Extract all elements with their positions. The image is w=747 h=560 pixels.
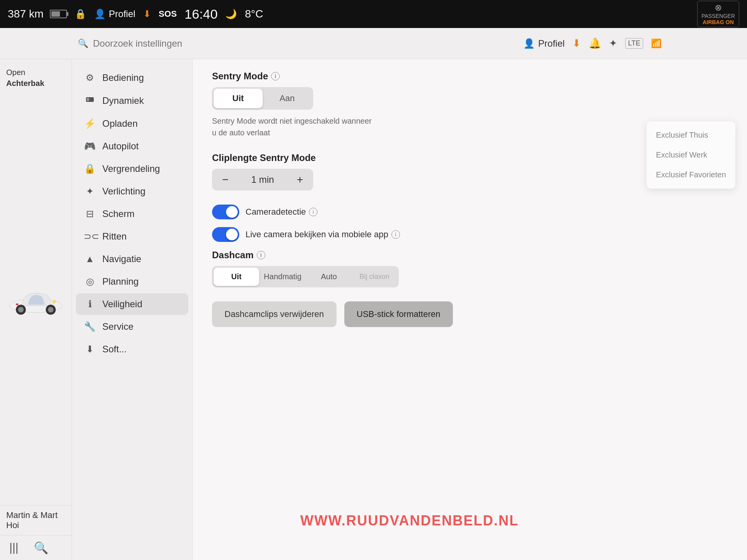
nav-item-dynamiek[interactable]: Dynamiek: [76, 89, 188, 112]
nav-label-ritten: Ritten: [102, 231, 127, 242]
settings-sliders-icon[interactable]: |||: [9, 541, 18, 555]
profile-header-btn[interactable]: 👤 Profiel: [523, 38, 565, 49]
usb-formatteren-button[interactable]: USB-stick formatteren: [344, 301, 453, 327]
time-display: 16:40: [184, 7, 217, 22]
status-bar-left: 387 km: [8, 8, 67, 20]
bell-header-icon[interactable]: 🔔: [589, 37, 601, 49]
sentry-uit-button[interactable]: Uit: [214, 89, 263, 108]
dashcamclips-verwijderen-button[interactable]: Dashcamclips verwijderen: [212, 301, 337, 327]
nav-item-navigatie[interactable]: ▲ Navigatie: [76, 248, 188, 270]
header-right: 👤 Profiel ⬇ 🔔 ✦ LTE 📶: [523, 37, 661, 49]
nav-label-verlichting: Verlichting: [102, 186, 146, 197]
cameradetectie-label: Cameradetectie i: [245, 207, 317, 217]
passenger-airbag-indicator: ⊗ PASSENGER AIRBAG ON: [697, 1, 739, 28]
search-bottom-icon[interactable]: 🔍: [34, 541, 48, 555]
software-icon: ⬇: [84, 344, 96, 355]
car-status: Open Achterbak: [0, 59, 72, 96]
action-buttons: Dashcamclips verwijderen USB-stick forma…: [212, 301, 728, 327]
dashcam-bijclaxon-button[interactable]: Bij claxon: [352, 268, 397, 286]
nav-menu: ⚙ Bediening Dynamiek ⚡ Opladen 🎮 Autopil…: [72, 59, 193, 560]
svg-text:⚡: ⚡: [51, 299, 57, 304]
dashcam-handmatig-button[interactable]: Handmatig: [259, 268, 306, 286]
nav-item-scherm[interactable]: ⊟ Scherm: [76, 203, 188, 225]
nav-item-planning[interactable]: ◎ Planning: [76, 271, 188, 292]
airbag-icon: ⊗: [715, 3, 722, 13]
cliplengte-stepper: − 1 min +: [212, 169, 313, 191]
header-bar: 🔍 👤 Profiel ⬇ 🔔 ✦ LTE 📶: [0, 28, 747, 59]
dashcam-info-icon[interactable]: i: [257, 251, 265, 259]
svg-point-4: [48, 307, 53, 312]
nav-item-service[interactable]: 🔧 Service: [76, 316, 188, 338]
lock-status-icon: 🔒: [75, 9, 86, 19]
verlichting-icon: ✦: [84, 186, 96, 197]
download-status-icon: ⬇: [143, 9, 151, 19]
content-layout: Open Achterbak: [0, 59, 747, 560]
veiligheid-icon: ℹ: [84, 299, 96, 310]
nav-label-opladen: Opladen: [102, 118, 138, 129]
ritten-icon: ⊃⊂: [84, 231, 96, 242]
nav-label-dynamiek: Dynamiek: [102, 95, 144, 106]
nav-item-veiligheid[interactable]: ℹ Veiligheid: [76, 293, 188, 315]
signal-icon: 📶: [651, 38, 661, 49]
dashcam-section: Dashcam i Uit Handmatig Auto Bij claxon: [212, 250, 728, 287]
profile-status[interactable]: 👤 Profiel: [94, 9, 135, 19]
profile-header-label: Profiel: [538, 38, 565, 49]
service-icon: 🔧: [84, 321, 96, 332]
cameradetectie-toggle[interactable]: [212, 205, 239, 219]
cliplengte-decrease-btn[interactable]: −: [218, 172, 232, 187]
live-camera-label: Live camera bekijken via mobiele app i: [245, 229, 400, 240]
sentry-mode-info-icon[interactable]: i: [271, 72, 280, 80]
sentry-mode-description: Sentry Mode wordt niet ingeschakeld wann…: [212, 115, 375, 138]
distance-display: 387 km: [8, 8, 44, 20]
car-image-area: ⚡: [0, 96, 72, 505]
scherm-icon: ⊟: [84, 208, 96, 219]
nav-label-veiligheid: Veiligheid: [102, 299, 142, 310]
airbag-status: AIRBAG ON: [703, 19, 734, 25]
nav-item-autopilot[interactable]: 🎮 Autopilot: [76, 135, 188, 157]
bottom-icons: ||| 🔍: [0, 535, 72, 560]
moon-icon: 🌙: [225, 9, 237, 19]
nav-label-planning: Planning: [102, 276, 139, 287]
search-container: 🔍: [78, 38, 516, 49]
nav-item-opladen[interactable]: ⚡ Opladen: [76, 113, 188, 135]
status-bar: 387 km 🔒 👤 Profiel ⬇ sos 16:40 🌙 8°C ⊗ P…: [0, 0, 747, 28]
car-status-line2: Achterbak: [6, 78, 65, 89]
nav-label-navigatie: Navigatie: [102, 254, 141, 264]
car-illustration: ⚡: [5, 285, 67, 317]
cameradetectie-info-icon[interactable]: i: [309, 208, 317, 216]
search-icon: 🔍: [78, 38, 88, 49]
dashcam-auto-button[interactable]: Auto: [306, 268, 352, 286]
nav-label-vergrendeling: Vergrendeling: [102, 163, 160, 174]
nav-label-autopilot: Autopilot: [102, 141, 139, 152]
dropdown-item-thuis[interactable]: Exclusief Thuis: [647, 125, 735, 145]
profile-header-icon: 👤: [523, 38, 535, 49]
sos-text: sos: [159, 9, 177, 19]
dashcam-toggle-group: Uit Handmatig Auto Bij claxon: [212, 266, 399, 287]
dashcam-label: Dashcam i: [212, 250, 728, 261]
nav-item-ritten[interactable]: ⊃⊂ Ritten: [76, 226, 188, 247]
sentry-aan-button[interactable]: Aan: [263, 89, 312, 108]
dropdown-item-werk[interactable]: Exclusief Werk: [647, 145, 735, 165]
live-camera-row: Live camera bekijken via mobiele app i: [212, 227, 728, 242]
dropdown-overlay: Exclusief Thuis Exclusief Werk Exclusief…: [647, 121, 735, 189]
live-camera-info-icon[interactable]: i: [391, 230, 400, 239]
cliplengte-increase-btn[interactable]: +: [293, 172, 307, 187]
search-input[interactable]: [93, 38, 516, 49]
nav-item-verlichting[interactable]: ✦ Verlichting: [76, 180, 188, 202]
nav-item-bediening[interactable]: ⚙ Bediening: [76, 67, 188, 89]
dashcam-uit-button[interactable]: Uit: [214, 268, 259, 286]
nav-item-software[interactable]: ⬇ Soft...: [76, 338, 188, 360]
nav-item-vergrendeling[interactable]: 🔒 Vergrendeling: [76, 158, 188, 180]
profile-status-label: Profiel: [109, 9, 135, 19]
dynamiek-icon: [84, 95, 96, 107]
nav-label-bediening: Bediening: [102, 72, 144, 83]
nav-label-service: Service: [102, 321, 133, 332]
download-header-icon[interactable]: ⬇: [572, 37, 581, 49]
driver-name: Martin & Mart Hoi: [0, 505, 72, 535]
dropdown-item-favorieten[interactable]: Exclusief Favorieten: [647, 165, 735, 185]
bluetooth-header-icon[interactable]: ✦: [609, 37, 617, 49]
status-bar-right: ⊗ PASSENGER AIRBAG ON: [697, 1, 739, 28]
svg-rect-8: [87, 98, 89, 101]
car-status-line1: Open: [6, 67, 65, 78]
live-camera-toggle[interactable]: [212, 227, 239, 242]
